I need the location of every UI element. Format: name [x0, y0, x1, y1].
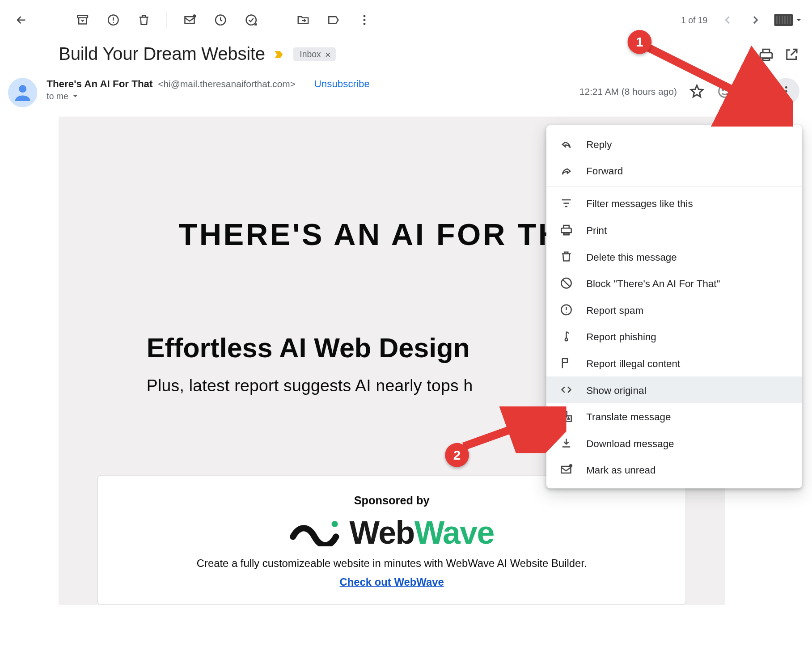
menu-reply[interactable]: Reply — [546, 131, 802, 157]
inbox-chip[interactable]: Inbox × — [293, 47, 336, 61]
menu-delete[interactable]: Delete this message — [546, 243, 802, 270]
sponsor-label: Sponsored by — [114, 495, 670, 508]
svg-point-11 — [722, 89, 723, 91]
spam-button[interactable] — [100, 7, 127, 34]
svg-point-14 — [785, 90, 787, 93]
menu-phishing[interactable]: Report phishing — [546, 323, 802, 350]
print-button[interactable] — [758, 46, 774, 63]
sender-name: There's An AI For That — [47, 78, 152, 89]
webwave-mark-icon — [289, 516, 340, 549]
annotation-callout-1: 1 — [628, 30, 652, 54]
menu-illegal[interactable]: Report illegal content — [546, 350, 802, 376]
annotation-callout-2: 2 — [445, 443, 469, 467]
sponsor-description: Create a fully customizeable website in … — [114, 558, 670, 570]
menu-print[interactable]: Print — [546, 216, 802, 243]
menu-forward[interactable]: Forward — [546, 157, 802, 184]
person-icon — [11, 81, 34, 104]
unsubscribe-link[interactable]: Unsubscribe — [314, 78, 370, 89]
delete-button[interactable] — [131, 7, 157, 34]
star-button[interactable] — [689, 83, 705, 99]
menu-block[interactable]: Block "There's An AI For That" — [546, 270, 802, 296]
snooze-button[interactable] — [207, 7, 234, 34]
svg-point-6 — [364, 15, 366, 17]
message-more-menu: Reply Forward Filter messages like this … — [546, 125, 802, 488]
archive-button[interactable] — [69, 7, 96, 34]
input-tools-button[interactable] — [774, 14, 804, 26]
message-count: 1 of 19 — [681, 15, 707, 25]
logo-text-wave: Wave — [414, 515, 494, 550]
prev-message-button[interactable] — [715, 8, 740, 32]
reply-button[interactable] — [745, 83, 761, 99]
more-actions-button[interactable] — [351, 7, 378, 34]
sponsor-card: Sponsored by WebWave Create a fully cust… — [97, 475, 686, 605]
sponsor-link[interactable]: Check out WebWave — [340, 576, 444, 588]
move-button[interactable] — [290, 7, 317, 34]
svg-point-8 — [364, 23, 366, 25]
caret-down-icon — [794, 15, 804, 25]
svg-point-15 — [785, 94, 787, 96]
label-button[interactable] — [321, 7, 347, 34]
add-task-button[interactable] — [238, 7, 265, 34]
menu-filter[interactable]: Filter messages like this — [546, 190, 802, 217]
svg-point-7 — [364, 19, 366, 21]
svg-point-13 — [785, 86, 787, 89]
mark-unread-button[interactable] — [177, 7, 203, 34]
chip-label: Inbox — [300, 49, 321, 59]
svg-point-3 — [193, 14, 196, 17]
menu-separator — [546, 186, 802, 187]
menu-mark-unread[interactable]: Mark as unread — [546, 457, 802, 483]
menu-download[interactable]: Download message — [546, 430, 802, 457]
toolbar-separator — [167, 12, 167, 28]
svg-rect-2 — [185, 17, 194, 23]
remove-label-icon[interactable]: × — [325, 49, 331, 59]
open-new-window-button[interactable] — [783, 46, 799, 63]
back-button[interactable] — [8, 7, 35, 34]
keyboard-icon — [774, 14, 793, 26]
logo-text-web: Web — [349, 515, 414, 550]
svg-point-9 — [19, 85, 26, 93]
svg-point-10 — [719, 85, 731, 97]
menu-show-original[interactable]: Show original — [546, 376, 802, 403]
svg-rect-0 — [78, 16, 88, 18]
emoji-react-button[interactable] — [717, 83, 733, 99]
menu-spam[interactable]: Report spam — [546, 296, 802, 323]
next-message-button[interactable] — [744, 8, 768, 32]
svg-rect-21 — [561, 466, 571, 473]
menu-translate[interactable]: Translate message — [546, 403, 802, 430]
svg-point-16 — [332, 520, 338, 527]
recipient-summary[interactable]: to me — [47, 91, 570, 101]
svg-point-22 — [569, 464, 572, 467]
subject-title: Build Your Dream Website — [59, 44, 265, 64]
sender-avatar[interactable] — [8, 78, 38, 107]
message-more-button[interactable] — [773, 78, 799, 105]
message-date: 12:21 AM (8 hours ago) — [579, 86, 677, 97]
importance-marker-icon[interactable] — [273, 48, 285, 60]
svg-point-12 — [726, 89, 727, 91]
sender-email: <hi@mail.theresanaiforthat.com> — [158, 78, 296, 89]
caret-down-icon — [70, 91, 80, 101]
